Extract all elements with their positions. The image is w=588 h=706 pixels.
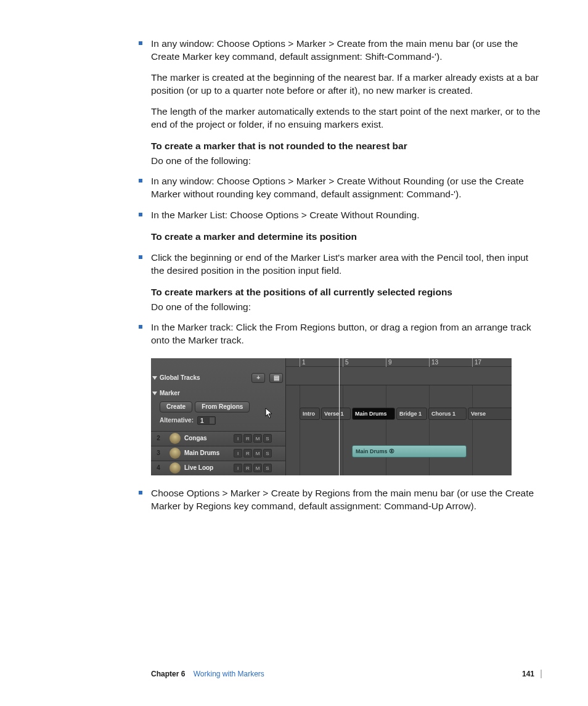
bullet-item: Click the beginning or end of the Marker…	[151, 251, 542, 314]
paragraph: Do one of the following:	[151, 300, 542, 313]
bullet-item: In any window: Choose Options > Marker >…	[151, 37, 542, 167]
heading-bold: To create a marker and determine its pos…	[151, 230, 542, 243]
cursor-icon	[265, 408, 274, 419]
list-button[interactable]: ▤	[269, 373, 283, 383]
chapter-title: Working with Markers	[194, 670, 264, 678]
chapter-label: Chapter 6	[151, 670, 185, 678]
bullet-text: Click the beginning or end of the Marker…	[151, 251, 542, 277]
disclosure-triangle-icon[interactable]	[152, 392, 157, 395]
from-regions-button[interactable]: From Regions	[195, 401, 250, 413]
marker-block[interactable]: Chorus 1	[428, 408, 467, 420]
track-row[interactable]: 4 Live Loop I R M S	[151, 461, 285, 475]
input-button[interactable]: I	[234, 464, 242, 472]
record-button[interactable]: R	[243, 449, 252, 458]
track-row[interactable]: 2 Congas I R M S	[151, 431, 285, 446]
drum-icon	[169, 462, 181, 474]
bullet-item: In the Marker List: Choose Options > Cre…	[151, 208, 542, 244]
heading-bold: To create markers at the positions of al…	[151, 285, 542, 298]
input-button[interactable]: I	[234, 449, 242, 458]
mute-button[interactable]: M	[253, 434, 262, 443]
record-button[interactable]: R	[243, 434, 252, 443]
marker-block-selected[interactable]: Main Drums	[352, 408, 395, 420]
record-button[interactable]: R	[243, 464, 252, 472]
drum-icon	[169, 433, 181, 444]
timeline-ruler[interactable]: 1 5 9 13 17	[286, 358, 512, 385]
bullet-item: Choose Options > Marker > Create by Regi…	[151, 486, 542, 513]
bullet-text: In any window: Choose Options > Marker >…	[151, 37, 542, 64]
paragraph: The length of the marker automatically e…	[151, 105, 542, 131]
bullet-text: In the Marker track: Click the From Regi…	[151, 321, 542, 347]
create-button[interactable]: Create	[160, 401, 192, 413]
mute-button[interactable]: M	[253, 464, 262, 472]
marker-block[interactable]: Verse 1	[321, 408, 351, 420]
alternative-stepper[interactable]: 1	[197, 416, 216, 425]
alternative-label: Alternative:	[160, 416, 194, 425]
bullet-text: In the Marker List: Choose Options > Cre…	[151, 208, 542, 221]
marker-block[interactable]: Intro	[300, 408, 320, 420]
bullet-item: In any window: Choose Options > Marker >…	[151, 174, 542, 201]
heading-bold: To create a marker that is not rounded t…	[151, 139, 542, 152]
bullet-text: Choose Options > Marker > Create by Regi…	[151, 486, 542, 513]
page-footer: Chapter 6 Working with Markers 141	[151, 670, 542, 678]
drum-icon	[169, 448, 181, 459]
mute-button[interactable]: M	[253, 449, 262, 458]
marker-block[interactable]: Bridge 1	[396, 408, 427, 420]
paragraph: The marker is created at the beginning o…	[151, 71, 542, 97]
bullet-item: In the Marker track: Click the From Regi…	[151, 321, 542, 475]
solo-button[interactable]: S	[263, 434, 272, 443]
solo-button[interactable]: S	[263, 449, 272, 458]
add-button[interactable]: +	[251, 373, 265, 383]
playhead[interactable]	[339, 358, 340, 475]
logic-screenshot: Global Tracks + ▤ Marker Create From Reg…	[151, 358, 512, 475]
marker-label: Marker	[160, 390, 180, 396]
audio-region[interactable]: Main Drums ⦿	[352, 445, 467, 458]
track-row[interactable]: 3 Main Drums I R M S	[151, 446, 285, 461]
global-tracks-label: Global Tracks	[160, 374, 200, 381]
input-button[interactable]: I	[234, 434, 242, 443]
bullet-text: In any window: Choose Options > Marker >…	[151, 174, 542, 201]
page-number: 141	[522, 670, 534, 678]
solo-button[interactable]: S	[263, 464, 272, 472]
disclosure-triangle-icon[interactable]	[152, 376, 157, 380]
paragraph: Do one of the following:	[151, 154, 542, 167]
marker-block[interactable]: Verse	[468, 408, 512, 420]
